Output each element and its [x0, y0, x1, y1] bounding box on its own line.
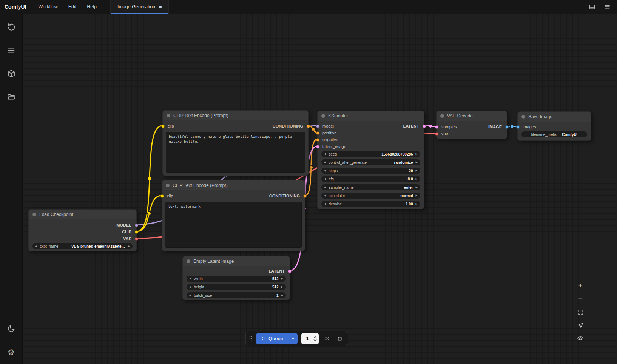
collapse-dot-icon[interactable] — [32, 213, 36, 216]
increment-arrow-icon[interactable]: ▶ — [416, 168, 418, 174]
node-library-icon[interactable] — [5, 67, 18, 80]
decrement-arrow-icon[interactable]: ◀ — [324, 176, 326, 182]
input-port-samples[interactable]: samples — [437, 123, 457, 130]
batch-count-input[interactable]: 1 — [301, 333, 313, 344]
decrement-arrow-icon[interactable]: ◀ — [189, 276, 191, 282]
positive-prompt-textarea[interactable]: beautiful scenery nature glass bottle la… — [166, 132, 305, 173]
clip-port-dot[interactable] — [160, 194, 164, 198]
increment-arrow-icon[interactable]: ▶ — [416, 151, 418, 157]
history-queue-icon[interactable] — [5, 20, 18, 34]
clip-port-dot[interactable] — [135, 230, 138, 234]
stop-queue-icon[interactable] — [335, 334, 344, 343]
workflows-folder-icon[interactable] — [5, 90, 18, 104]
output-port-latent[interactable]: LATENT — [268, 268, 290, 275]
batch-size-widget[interactable]: ◀ batch_size 1 ▶ — [187, 292, 286, 298]
increment-arrow-icon[interactable]: ▶ — [128, 243, 130, 249]
zoom-out-icon[interactable]: − — [574, 293, 587, 305]
conditioning-port-dot[interactable] — [316, 131, 319, 135]
input-port-clip[interactable]: clip — [163, 123, 174, 130]
hamburger-menu-icon[interactable] — [603, 3, 611, 11]
image-port-dot[interactable] — [516, 125, 520, 129]
bottom-panel-toggle-icon[interactable] — [588, 3, 596, 11]
increment-arrow-icon[interactable]: ▶ — [416, 201, 418, 207]
increment-arrow-icon[interactable]: ▶ — [416, 193, 418, 199]
increment-chevron-icon[interactable] — [313, 336, 317, 338]
node-title-bar[interactable]: CLIP Text Encode (Prompt) — [162, 180, 305, 190]
input-port-clip[interactable]: clip — [162, 193, 173, 199]
seed-widget[interactable]: ◀ seed 156680208700286 ▶ — [321, 151, 420, 157]
menu-help[interactable]: Help — [82, 0, 102, 14]
tab-image-generation[interactable]: Image Generation — [110, 0, 169, 14]
collapse-dot-icon[interactable] — [440, 114, 444, 118]
steps-widget[interactable]: ◀ steps 20 ▶ — [321, 168, 420, 174]
node-title-bar[interactable]: CLIP Text Encode (Prompt) — [163, 111, 308, 120]
output-port-conditioning[interactable]: CONDITIONING — [273, 123, 308, 130]
node-title-bar[interactable]: Empty Latent Image — [183, 256, 290, 266]
output-port-vae[interactable]: VAE — [123, 235, 136, 242]
latent-port-dot[interactable] — [435, 125, 438, 129]
decrement-arrow-icon[interactable]: ◀ — [324, 168, 326, 174]
decrement-arrow-icon[interactable]: ◀ — [189, 284, 191, 290]
input-port-vae[interactable]: vae — [437, 130, 448, 137]
node-clip-text-encode-positive[interactable]: CLIP Text Encode (Prompt) clip CONDITION… — [162, 110, 308, 176]
batch-count-stepper[interactable]: 1 — [301, 333, 319, 344]
node-title-bar[interactable]: VAE Decode — [437, 111, 507, 121]
increment-arrow-icon[interactable]: ▶ — [281, 284, 283, 290]
denoise-widget[interactable]: ◀ denoise 1.00 ▶ — [321, 201, 420, 207]
theme-toggle-moon-icon[interactable] — [5, 322, 18, 335]
scheduler-widget[interactable]: ◀ scheduler normal ▶ — [321, 193, 420, 199]
collapse-dot-icon[interactable] — [521, 115, 525, 119]
image-port-dot[interactable] — [505, 125, 509, 129]
decrement-arrow-icon[interactable]: ◀ — [324, 184, 326, 190]
negative-prompt-textarea[interactable]: text, watermark — [165, 202, 302, 248]
clip-port-dot[interactable] — [161, 125, 165, 128]
node-save-image[interactable]: Save Image images filename_prefix ComfyU… — [517, 111, 591, 141]
decrement-arrow-icon[interactable]: ◀ — [189, 292, 191, 298]
node-load-checkpoint[interactable]: Load Checkpoint MODEL CLIP VAE ◀ ckpt_na… — [28, 209, 137, 251]
output-port-conditioning[interactable]: CONDITIONING — [269, 193, 305, 199]
decrement-arrow-icon[interactable]: ◀ — [324, 193, 326, 199]
sampler-name-widget[interactable]: ◀ sampler_name euler ▶ — [321, 184, 420, 190]
queue-button[interactable]: Queue — [256, 333, 288, 344]
control-after-generate-widget[interactable]: ◀ control_after_generate randomize ▶ — [321, 159, 420, 165]
filename-prefix-widget[interactable]: filename_prefix ComfyUI — [521, 131, 587, 137]
node-vae-decode[interactable]: VAE Decode samples vae IMAGE — [436, 111, 507, 139]
toggle-preview-eye-icon[interactable] — [574, 332, 587, 344]
zoom-in-icon[interactable]: + — [574, 279, 587, 292]
increment-arrow-icon[interactable]: ▶ — [416, 176, 418, 182]
latent-port-dot[interactable] — [423, 125, 426, 128]
node-empty-latent-image[interactable]: Empty Latent Image LATENT ◀ width 512 ▶ … — [182, 256, 290, 300]
output-port-clip[interactable]: CLIP — [122, 228, 136, 235]
input-port-model[interactable]: model — [318, 123, 334, 130]
conditioning-port-dot[interactable] — [307, 125, 310, 128]
logs-list-icon[interactable] — [5, 43, 18, 57]
queue-options-caret[interactable] — [288, 333, 298, 344]
latent-port-dot[interactable] — [316, 145, 319, 148]
settings-gear-icon[interactable]: ⚙ — [5, 345, 18, 359]
latent-port-dot[interactable] — [288, 270, 292, 273]
input-port-images[interactable]: images — [518, 123, 536, 130]
increment-arrow-icon[interactable]: ▶ — [416, 184, 418, 190]
decrement-arrow-icon[interactable]: ◀ — [35, 243, 37, 249]
node-title-bar[interactable]: Load Checkpoint — [29, 210, 136, 219]
menu-edit[interactable]: Edit — [63, 0, 82, 14]
model-port-dot[interactable] — [135, 224, 138, 227]
input-port-positive[interactable]: positive — [318, 130, 336, 136]
drag-handle-icon[interactable] — [249, 335, 252, 342]
increment-arrow-icon[interactable]: ▶ — [281, 276, 283, 282]
width-widget[interactable]: ◀ width 512 ▶ — [187, 276, 286, 282]
collapse-dot-icon[interactable] — [166, 184, 170, 187]
output-port-latent[interactable]: LATENT — [403, 123, 424, 130]
select-pointer-icon[interactable] — [574, 319, 587, 331]
cfg-widget[interactable]: ◀ cfg 8.0 ▶ — [321, 176, 420, 182]
conditioning-port-dot[interactable] — [316, 138, 319, 142]
decrement-arrow-icon[interactable]: ◀ — [324, 159, 326, 165]
decrement-arrow-icon[interactable]: ◀ — [324, 151, 326, 157]
output-port-image[interactable]: IMAGE — [488, 123, 507, 130]
ckpt-name-widget[interactable]: ◀ ckpt_name v1-5-pruned-emaonly.safete… … — [32, 243, 133, 249]
collapse-dot-icon[interactable] — [321, 114, 325, 118]
decrement-chevron-icon[interactable] — [313, 339, 317, 341]
node-title-bar[interactable]: KSampler — [318, 111, 424, 121]
node-clip-text-encode-negative[interactable]: CLIP Text Encode (Prompt) clip CONDITION… — [162, 180, 305, 251]
collapse-dot-icon[interactable] — [187, 259, 190, 263]
